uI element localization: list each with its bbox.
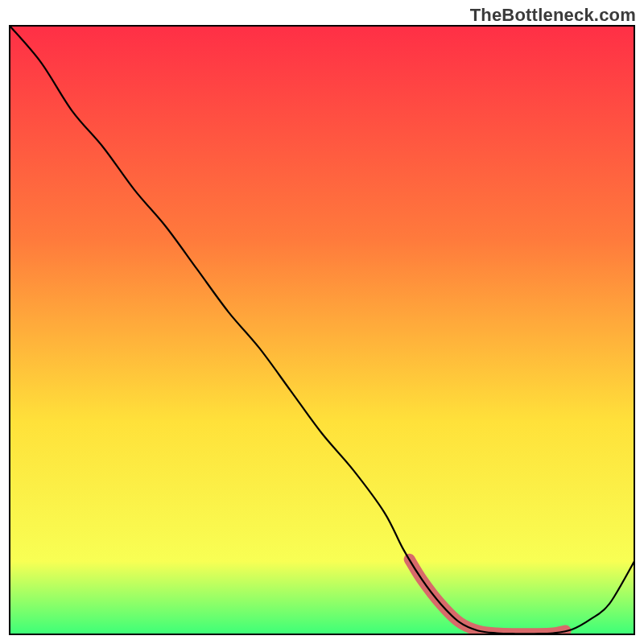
- chart-svg: [0, 0, 644, 644]
- chart-stage: TheBottleneck.com: [0, 0, 644, 644]
- gradient-panel: [10, 26, 634, 634]
